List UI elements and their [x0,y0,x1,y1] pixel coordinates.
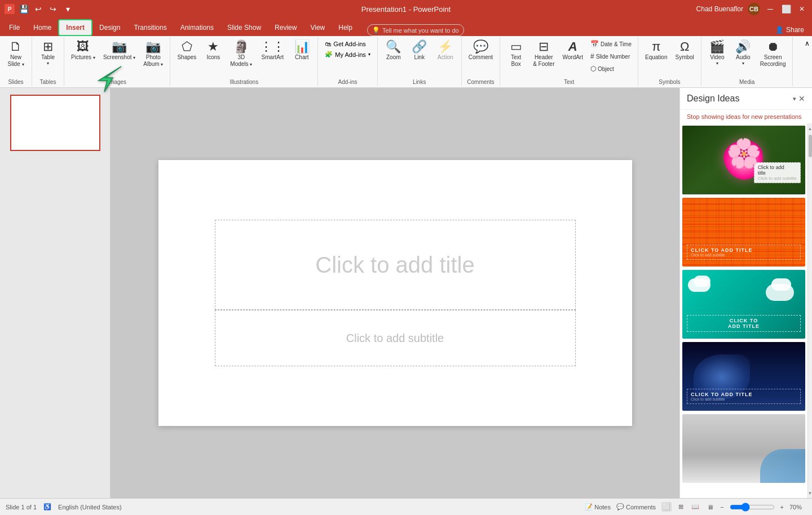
header-footer-btn[interactable]: ⊟ Header& Footer [529,38,558,70]
design-idea-4[interactable]: CLICK TO ADD TITLE Click to add subtitle [682,342,805,411]
equation-btn[interactable]: π Equation [642,38,670,63]
tab-slideshow[interactable]: Slide Show [220,19,268,36]
redo-btn[interactable]: ↪ [47,3,59,15]
screen-recording-btn[interactable]: ⏺ ScreenRecording [757,38,789,70]
design-panel-close-btn[interactable]: ✕ [798,94,805,103]
slide-canvas[interactable]: Click to add title Click to add subtitle [158,160,632,426]
zoom-btn[interactable]: 🔍 Zoom [381,38,406,63]
slide-number-btn[interactable]: # Slide Number [588,51,634,62]
slide-thumbnail[interactable] [10,95,100,151]
get-addins-label: Get Add-ins [333,41,365,47]
pictures-btn[interactable]: 🖼 Pictures ▾ [68,38,99,63]
get-addins-btn[interactable]: 🛍 Get Add-ins [321,39,373,48]
wordart-btn[interactable]: A WordArt [559,38,586,63]
zoom-out-btn[interactable]: − [720,504,723,510]
save-quick-btn[interactable]: 💾 [18,3,29,15]
design-panel-link[interactable]: Stop showing ideas for new presentations [680,110,812,123]
addins-items: 🛍 Get Add-ins 🧩 My Add-ins ▾ [321,38,373,78]
comment-btn[interactable]: 💬 Comment [465,38,496,63]
user-avatar: CB [748,3,760,15]
smartart-btn[interactable]: ⋮⋮ SmartArt [257,38,288,63]
shapes-btn[interactable]: ⬠ Shapes [174,38,200,63]
design-panel-dropdown-icon[interactable]: ▾ [793,95,796,103]
close-btn[interactable]: ✕ [796,3,807,15]
design-idea-img-1: Click to add title Click to add subtitle [682,126,805,194]
design-idea-5[interactable] [682,414,805,483]
photo-album-icon: 📷 [145,41,161,53]
screenshot-btn[interactable]: 📷 Screenshot ▾ [100,38,139,63]
tab-animations[interactable]: Animations [174,19,220,36]
comments-label: Comments [626,504,656,510]
tab-insert[interactable]: Insert [58,19,92,36]
zoom-in-btn[interactable]: + [780,504,784,510]
screen-recording-icon: ⏺ [767,41,779,53]
zoom-slider[interactable] [730,503,775,512]
3d-models-btn[interactable]: 🗿 3DModels ▾ [227,38,255,70]
design-idea-3[interactable]: CLICK TO ADD TITLE [682,270,805,339]
design-ideas-scroll-container: Click to add title Click to add subtitle… [680,123,812,498]
share-btn[interactable]: 👤 Share [770,24,810,36]
ribbon: 🗋 New Slide ▾ Slides ⊞ Table ▾ Tables [0,36,812,88]
new-slide-btn[interactable]: 🗋 New Slide ▾ [3,38,28,70]
subtitle-placeholder[interactable]: Click to add subtitle [215,310,576,366]
chart-btn[interactable]: 📊 Chart [289,38,314,63]
tab-review[interactable]: Review [268,19,303,36]
notes-btn[interactable]: 📝 Notes [585,503,611,510]
tab-view[interactable]: View [303,19,332,36]
view-presenter-btn[interactable]: 🖥 [706,503,714,512]
design-idea-2[interactable]: CLICK TO ADD TITLE Click to add subtitle [682,198,805,267]
title-placeholder[interactable]: Click to add title [215,220,576,310]
my-addins-btn[interactable]: 🧩 My Add-ins ▾ [321,50,373,59]
addins-col: 🛍 Get Add-ins 🧩 My Add-ins ▾ [321,38,373,60]
tab-design[interactable]: Design [92,19,127,36]
photo-album-btn[interactable]: 📷 PhotoAlbum ▾ [140,38,166,70]
media-items: 🎬 Video ▾ 🔊 Audio ▾ ⏺ ScreenRecording [705,38,789,78]
audio-btn[interactable]: 🔊 Audio ▾ [731,38,756,68]
table-btn[interactable]: ⊞ Table ▾ [36,38,60,68]
title-bar: P 💾 ↩ ↪ ▾ Presentation1 - PowerPoint Cha… [0,0,812,18]
symbol-label: Symbol [676,54,694,61]
user-name: Chad Buenaflor [696,5,743,13]
view-reading-btn[interactable]: 📖 [690,502,700,512]
pictures-icon: 🖼 [77,41,89,53]
minimize-btn[interactable]: ─ [765,3,776,15]
quick-access-customize[interactable]: ▾ [62,3,73,15]
scroll-down-btn[interactable]: ▼ [808,489,813,497]
tab-home[interactable]: Home [27,19,58,36]
lightbulb-icon: 💡 [372,26,380,34]
tab-transitions[interactable]: Transitions [127,19,173,36]
scroll-thumb[interactable] [809,135,812,157]
accessibility-icon[interactable]: ♿ [43,503,51,510]
design-idea-img-4: CLICK TO ADD TITLE Click to add subtitle [682,342,805,411]
ribbon-group-media: 🎬 Video ▾ 🔊 Audio ▾ ⏺ ScreenRecording Me… [701,37,793,86]
tell-me-label: Tell me what you want to do [382,27,459,34]
video-btn[interactable]: 🎬 Video ▾ [705,38,730,68]
icons-btn[interactable]: ★ Icons [201,38,226,63]
restore-btn[interactable]: ⬜ [780,3,792,15]
comments-group-label: Comments [467,78,494,85]
scroll-up-btn[interactable]: ▲ [808,125,813,132]
undo-btn[interactable]: ↩ [33,3,44,15]
link-btn[interactable]: 🔗 Link [407,38,432,63]
view-normal-btn[interactable]: ⬜ [661,502,672,512]
date-time-btn[interactable]: 📅 Date & Time [588,38,634,50]
action-label: Action [438,54,453,61]
main-area: 1 Click to add title Click to add subtit… [0,88,812,498]
tab-help[interactable]: Help [332,19,359,36]
video-icon: 🎬 [709,41,725,53]
3d-models-label: 3DModels ▾ [230,54,252,68]
view-slide-sorter-btn[interactable]: ⊞ [677,502,685,512]
collapse-ribbon-btn[interactable]: ∧ [802,37,812,50]
zoom-level[interactable]: 70% [789,504,806,510]
action-btn[interactable]: ⚡ Action [433,38,458,63]
textbox-btn[interactable]: ▭ TextBox [504,38,528,70]
tab-file[interactable]: File [2,19,27,36]
symbol-btn[interactable]: Ω Symbol [672,38,698,63]
object-btn[interactable]: ⬡ Object [588,63,634,74]
design-panel-title: Design Ideas [687,94,739,104]
tell-me-input[interactable]: 💡 Tell me what you want to do [367,24,464,36]
design-idea-1[interactable]: Click to add title Click to add subtitle [682,126,805,194]
date-time-icon: 📅 [590,40,599,48]
design-panel-scrollbar[interactable]: ▲ ▼ [807,123,812,498]
comments-btn[interactable]: 💬 Comments [616,503,656,510]
